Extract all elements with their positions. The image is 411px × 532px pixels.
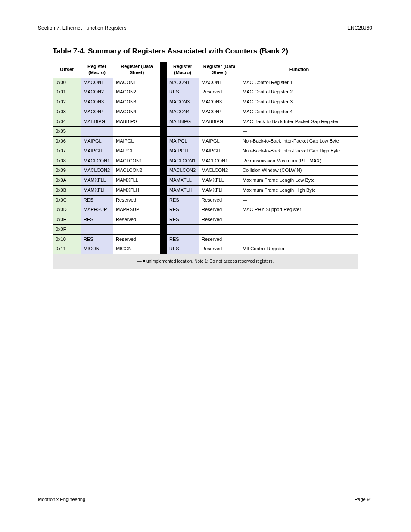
cell-macro-1: RES: [81, 234, 113, 244]
cell-datasheet-1: Reserved: [113, 215, 161, 225]
cell-offset: 0x01: [53, 87, 81, 97]
cell-offset: 0x02: [53, 97, 81, 107]
cell-datasheet-2: Reserved: [199, 234, 240, 244]
cell-divider: [161, 127, 167, 137]
header-rule: [38, 34, 372, 34]
cell-function: MAC Control Register 1: [240, 78, 358, 87]
cell-function: MII Control Register: [240, 244, 358, 254]
cell-datasheet-2: MACON4: [199, 107, 240, 117]
footer-right: Page 91: [355, 497, 372, 502]
table-footer-text: — = unimplemented location. Note 1: Do n…: [53, 254, 358, 269]
page-header: Section 7. Ethernet Function Registers E…: [38, 25, 372, 31]
table-row: 0x07MAIPGHMAIPGHMAIPGHMAIPGHNon-Back-to-…: [53, 146, 358, 156]
cell-offset: 0x07: [53, 146, 81, 156]
cell-macro-1: [81, 224, 113, 234]
cell-macro-1: MAMXFLH: [81, 185, 113, 195]
cell-divider: [161, 107, 167, 117]
cell-datasheet-1: MAPHSUP: [113, 205, 161, 215]
col-macro-1: Register (Macro): [81, 62, 113, 78]
cell-datasheet-1: MAIPGL: [113, 137, 161, 146]
cell-macro-2: MAMXFLH: [167, 185, 199, 195]
cell-offset: 0x05: [53, 127, 81, 137]
cell-datasheet-1: Reserved: [113, 195, 161, 205]
cell-macro-1: MAIPGL: [81, 137, 113, 146]
cell-macro-2: MAIPGH: [167, 146, 199, 156]
cell-divider: [161, 234, 167, 244]
cell-offset: 0x08: [53, 156, 81, 166]
table-row: 0x08MACLCON1MACLCON1MACLCON1MACLCON1Retr…: [53, 156, 358, 166]
cell-macro-2: MABBIPG: [167, 117, 199, 127]
cell-macro-1: MABBIPG: [81, 117, 113, 127]
cell-divider: [161, 215, 167, 225]
col-function: Function: [240, 62, 358, 78]
cell-divider: [161, 156, 167, 166]
cell-divider: [161, 137, 167, 146]
cell-datasheet-2: MAIPGH: [199, 146, 240, 156]
cell-function: Retransmission Maximum (RETMAX): [240, 156, 358, 166]
table-row: 0x09MACLCON2MACLCON2MACLCON2MACLCON2Coll…: [53, 166, 358, 176]
table-row: 0x05—: [53, 127, 358, 137]
cell-offset: 0x04: [53, 117, 81, 127]
table-row: 0x01MACON2MACON2RESReservedMAC Control R…: [53, 87, 358, 97]
col-datasheet-1: Register (Data Sheet): [113, 62, 161, 78]
register-table: Offset Register (Macro) Register (Data S…: [53, 62, 358, 269]
table-row: 0x0AMAMXFLLMAMXFLLMAMXFLLMAMXFLLMaximum …: [53, 176, 358, 186]
cell-divider: [161, 97, 167, 107]
cell-macro-2: RES: [167, 87, 199, 97]
cell-datasheet-1: MACLCON2: [113, 166, 161, 176]
cell-offset: 0x10: [53, 234, 81, 244]
cell-datasheet-1: MACON3: [113, 97, 161, 107]
header-right: ENC28J60: [347, 25, 372, 31]
cell-macro-2: MACLCON2: [167, 166, 199, 176]
cell-datasheet-2: [199, 127, 240, 137]
page-footer: Modtronix Engineering Page 91: [38, 494, 372, 502]
table-row: 0x10RESReservedRESReserved—: [53, 234, 358, 244]
cell-datasheet-2: Reserved: [199, 205, 240, 215]
cell-macro-1: MAMXFLL: [81, 176, 113, 186]
cell-datasheet-2: Reserved: [199, 195, 240, 205]
cell-datasheet-2: Reserved: [199, 87, 240, 97]
table-row: 0x0ERESReservedRESReserved—: [53, 215, 358, 225]
col-divider: [161, 62, 167, 78]
table-row: 0x00MACON1MACON1MACON1MACON1MAC Control …: [53, 78, 358, 87]
footer-left: Modtronix Engineering: [38, 497, 85, 502]
cell-macro-2: RES: [167, 215, 199, 225]
cell-macro-1: RES: [81, 195, 113, 205]
cell-macro-1: MACON1: [81, 78, 113, 87]
table-footer-row: — = unimplemented location. Note 1: Do n…: [53, 254, 358, 269]
cell-function: —: [240, 234, 358, 244]
cell-datasheet-1: [113, 224, 161, 234]
cell-divider: [161, 78, 167, 87]
cell-datasheet-2: MABBIPG: [199, 117, 240, 127]
cell-divider: [161, 117, 167, 127]
cell-macro-2: [167, 224, 199, 234]
col-offset: Offset: [53, 62, 81, 78]
table-row: 0x02MACON3MACON3MACON3MACON3MAC Control …: [53, 97, 358, 107]
cell-divider: [161, 146, 167, 156]
cell-datasheet-2: MAMXFLH: [199, 185, 240, 195]
cell-macro-2: MACON1: [167, 78, 199, 87]
table-row: 0x0DMAPHSUPMAPHSUPRESReservedMAC-PHY Sup…: [53, 205, 358, 215]
cell-function: Non-Back-to-Back Inter-Packet Gap High B…: [240, 146, 358, 156]
cell-datasheet-2: MACON3: [199, 97, 240, 107]
cell-offset: 0x00: [53, 78, 81, 87]
cell-datasheet-2: MAMXFLL: [199, 176, 240, 186]
table-row: 0x0BMAMXFLHMAMXFLHMAMXFLHMAMXFLHMaximum …: [53, 185, 358, 195]
cell-function: MAC Back-to-Back Inter-Packet Gap Regist…: [240, 117, 358, 127]
cell-datasheet-2: [199, 224, 240, 234]
cell-function: MAC Control Register 2: [240, 87, 358, 97]
cell-datasheet-2: MAIPGL: [199, 137, 240, 146]
cell-macro-2: MACON4: [167, 107, 199, 117]
cell-macro-1: MACON4: [81, 107, 113, 117]
cell-datasheet-1: MACON1: [113, 78, 161, 87]
cell-offset: 0x09: [53, 166, 81, 176]
cell-macro-1: MICON: [81, 244, 113, 254]
cell-datasheet-1: MABBIPG: [113, 117, 161, 127]
col-datasheet-2: Register (Data Sheet): [199, 62, 240, 78]
cell-macro-2: RES: [167, 234, 199, 244]
cell-divider: [161, 224, 167, 234]
cell-macro-1: MAIPGH: [81, 146, 113, 156]
cell-function: —: [240, 224, 358, 234]
cell-macro-2: MAMXFLL: [167, 176, 199, 186]
cell-offset: 0x0F: [53, 224, 81, 234]
